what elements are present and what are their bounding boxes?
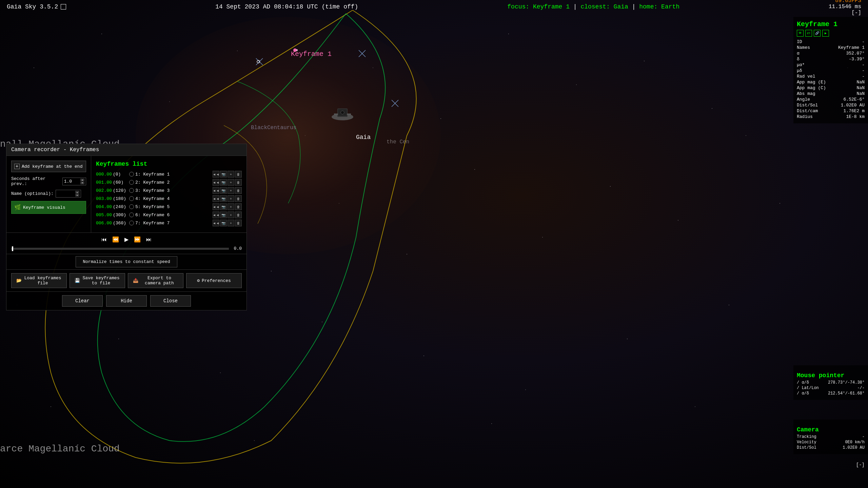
camera-tracking-row: Tracking - [797, 434, 865, 439]
kf-vol-3[interactable]: ◄◄ [213, 195, 219, 202]
kf-add-4[interactable]: + [228, 203, 234, 210]
svg-rect-14 [347, 114, 351, 115]
camera-info-panel: Camera Tracking - Velocity 0E0 km/h Dist… [793, 420, 868, 454]
kf-vol-0[interactable]: ◄◄ [213, 171, 219, 178]
window-icon[interactable] [61, 4, 66, 9]
seconds-label: Seconds after prev.: [11, 176, 60, 186]
object-info-panel: Keyframe 1 👁 🏷 🔗 ▶ ID - Names Keyframe 1… [793, 17, 868, 123]
kf-del-2[interactable]: 🗑 [235, 187, 242, 194]
keyframe-visuals-button[interactable]: 🌿 Keyframe visuals [11, 201, 86, 214]
kf-add-0[interactable]: + [228, 171, 234, 178]
kf-vol-6[interactable]: ◄◄ [213, 220, 219, 226]
angle-value: 6.52E-6° [844, 97, 865, 102]
home-label: home: [639, 3, 657, 10]
kf-del-6[interactable]: 🗑 [235, 220, 242, 226]
seconds-down-btn[interactable]: ▼ [80, 182, 84, 184]
kf-vol-2[interactable]: ◄◄ [213, 187, 219, 194]
kf-vol-4[interactable]: ◄◄ [213, 203, 219, 210]
separator2: | [632, 3, 639, 10]
playback-prev-button[interactable]: ⏪ [111, 236, 120, 243]
kf-add-6[interactable]: + [228, 220, 234, 226]
distsol-label: Dist/Sol [797, 103, 818, 108]
table-row: 005.00 (300) 6: Keyframe 6 ◄◄ 📷 + 🗑 [96, 211, 242, 218]
hide-button[interactable]: Hide [106, 295, 147, 307]
kf-buttons-3: ◄◄ 📷 + 🗑 [213, 195, 242, 202]
kf-cam-5[interactable]: 📷 [220, 211, 227, 218]
radvel-value: - [862, 74, 865, 79]
playback-section: ⏮ ⏪ ▶ ⏩ ⏭ 0.0 [6, 232, 246, 254]
absmag-row: Abs mag NaN [797, 91, 865, 96]
normalize-button[interactable]: Normalize times to constant speed [76, 256, 177, 267]
kf-del-3[interactable]: 🗑 [235, 195, 242, 202]
camera-tracking-value: - [862, 434, 865, 439]
kf-add-3[interactable]: + [228, 195, 234, 202]
camera-velocity-label: Velocity [797, 440, 816, 445]
kf-time-2: 002.00 [96, 188, 112, 193]
kf-del-0[interactable]: 🗑 [235, 171, 242, 178]
absmag-value: NaN [857, 91, 865, 96]
kf-circle-2 [129, 188, 134, 193]
playback-skip-start-button[interactable]: ⏮ [100, 236, 108, 243]
kf-del-5[interactable]: 🗑 [235, 211, 242, 218]
save-keyframes-button[interactable]: 💾 Save keyframes to file [70, 273, 125, 288]
mouse-coord2-value: -/- [857, 386, 865, 390]
gear-icon: ⚙ [197, 278, 200, 283]
seconds-up-btn[interactable]: ▲ [80, 179, 84, 181]
kf-buttons-4: ◄◄ 📷 + 🗑 [213, 203, 242, 210]
playback-play-button[interactable]: ▶ [123, 236, 130, 243]
kf-vol-1[interactable]: ◄◄ [213, 179, 219, 186]
playback-controls: ⏮ ⏪ ▶ ⏩ ⏭ [11, 236, 242, 243]
seconds-spin: ▲ ▼ [80, 179, 84, 184]
playback-next-button[interactable]: ⏩ [133, 236, 142, 243]
seconds-input[interactable]: 1.0 ▲ ▼ [62, 178, 86, 185]
kf-circle-4 [129, 204, 134, 209]
kf-cam-6[interactable]: 📷 [220, 220, 227, 226]
kf-cam-0[interactable]: 📷 [220, 171, 227, 178]
bookmark-icon[interactable]: 🏷 [805, 30, 812, 37]
separator1: | [573, 3, 581, 10]
kf-frames-2: (120) [113, 188, 128, 193]
kf-name-6: 7: Keyframe 7 [135, 221, 211, 226]
radius-value: 1E-8 km [846, 114, 865, 119]
export-camera-button[interactable]: 📤 Export to camera path [128, 273, 183, 288]
kf-buttons-2: ◄◄ 📷 + 🗑 [213, 187, 242, 194]
closest-value: Gaia [614, 3, 628, 10]
load-keyframes-button[interactable]: 📂 Load keyframes file [11, 273, 67, 288]
id-value: - [862, 39, 865, 44]
kf-cam-4[interactable]: 📷 [220, 203, 227, 210]
preferences-button[interactable]: ⚙ Preferences [186, 273, 242, 288]
playback-skip-end-button[interactable]: ⏭ [145, 236, 153, 243]
add-keyframe-button[interactable]: + Add keyframe at the end [11, 161, 86, 172]
kf-cam-2[interactable]: 📷 [220, 187, 227, 194]
name-up-btn[interactable]: ▲ [75, 191, 79, 194]
kf-time-4: 004.00 [96, 204, 112, 209]
angle-row: Angle 6.52E-6° [797, 97, 865, 102]
kf-name-5: 6: Keyframe 6 [135, 212, 211, 218]
fps-info: 89.65FPS 11.1546 ms [-] [829, 0, 861, 16]
eye-icon[interactable]: 👁 [797, 30, 804, 37]
timeline-track[interactable] [11, 248, 229, 250]
kf-cam-3[interactable]: 📷 [220, 195, 227, 202]
kf-vol-5[interactable]: ◄◄ [213, 211, 219, 218]
names-value: Keyframe 1 [838, 45, 865, 50]
kf-add-5[interactable]: + [228, 211, 234, 218]
kf-del-4[interactable]: 🗑 [235, 203, 242, 210]
name-down-btn[interactable]: ▼ [75, 194, 79, 197]
close-button[interactable]: Close [150, 295, 191, 307]
clear-button[interactable]: Clear [62, 295, 103, 307]
kf-add-1[interactable]: + [228, 179, 234, 186]
camera-recorder-panel: Camera recorder - Keyframes + Add keyfra… [6, 144, 247, 310]
kf-del-1[interactable]: 🗑 [235, 179, 242, 186]
kf-add-2[interactable]: + [228, 187, 234, 194]
kf-cam-1[interactable]: 📷 [220, 179, 227, 186]
export-icon: 📤 [133, 278, 138, 283]
link-icon[interactable]: 🔗 [814, 30, 821, 37]
forward-icon[interactable]: ▶ [822, 30, 829, 37]
name-input[interactable]: ▲ ▼ [56, 190, 81, 198]
camera-velocity-row: Velocity 0E0 km/h [797, 440, 865, 445]
keyframe1-label: Keyframe 1 [291, 50, 332, 58]
top-bar: Gaia Sky 3.5.2 14 Sept 2023 AD 08:04:18 … [0, 0, 868, 14]
bottom-action-buttons: 📂 Load keyframes file 💾 Save keyframes t… [6, 269, 246, 291]
kf-buttons-0: ◄◄ 📷 + 🗑 [213, 171, 242, 178]
kf-frames-6: (360) [113, 221, 128, 226]
